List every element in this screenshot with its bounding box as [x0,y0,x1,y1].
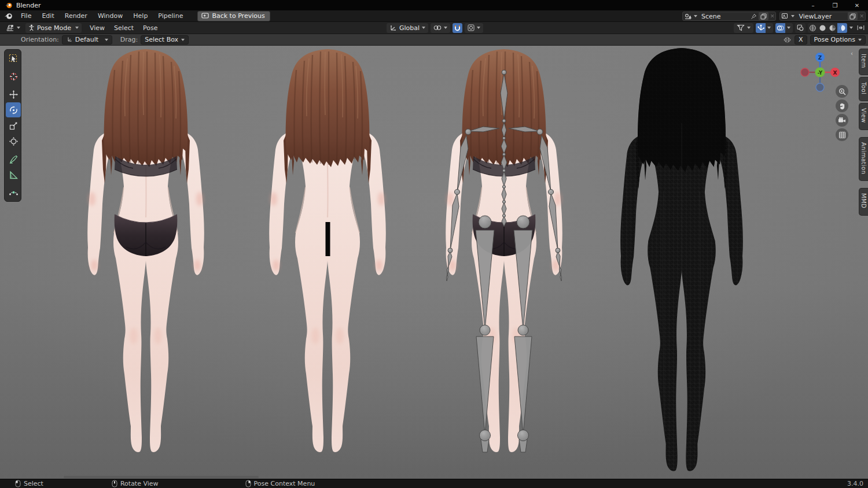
minimize-button[interactable]: – [802,0,824,10]
blender-menu-icon[interactable] [4,12,13,20]
shading-options-chevron[interactable] [849,27,853,29]
model-female-back-textured-underwear[interactable] [59,47,233,478]
viewport-nav-buttons [836,85,848,141]
sidebar-collapse-chevron[interactable]: ‹ [851,50,853,57]
new-view-layer-button[interactable] [848,12,858,20]
tool-settings-bar: Orientation: Default Drag: Select Box X … [0,34,868,46]
xray-icon [797,24,804,31]
scene-selector: Scene ✕ [682,12,777,21]
xray-toggle[interactable] [795,23,806,33]
tool-scale[interactable] [6,118,21,133]
mode-selector-value: Pose Mode [37,24,73,32]
rendered-shading-icon [838,24,846,32]
filter-funnel-icon [737,24,745,31]
tool-move[interactable] [6,87,21,102]
mouse-right-icon [245,480,251,487]
menu-edit[interactable]: Edit [36,11,59,21]
view-layer-icon[interactable] [781,13,789,20]
viewport-menu-pose[interactable]: Pose [138,23,162,33]
pan-hand-button[interactable] [836,99,848,112]
viewport-3d[interactable]: Z X -Y ‹ Item Tool View Animation MMD [0,46,868,479]
tool-tweak-select[interactable] [6,51,21,66]
back-to-previous-button[interactable]: Back to Previous [197,11,270,21]
unlink-scene-icon: ✕ [770,13,775,19]
pose-options-dropdown[interactable]: Pose Options [810,35,866,45]
screen-back-icon [201,13,209,19]
mode-selector-dropdown[interactable]: Pose Mode [25,23,82,33]
view-layer-selector: ViewLayer ✕ [779,12,866,21]
object-visibility-dropdown[interactable] [734,23,753,33]
viewport-menu-view[interactable]: View [85,23,109,33]
mouse-left-icon [15,480,21,487]
expand-arrows-icon [857,25,865,31]
proportional-editing-dropdown[interactable] [465,23,483,33]
status-hint-pose-context-menu: Pose Context Menu [245,480,315,487]
model-female-back-armature-pose-bones[interactable] [417,47,591,478]
transform-orientation-dropdown[interactable]: Global [387,23,428,33]
viewport-menu-select[interactable]: Select [109,23,138,33]
orientation-default-icon [66,36,72,43]
svg-text:X: X [833,70,837,76]
tool-measure[interactable] [6,167,21,182]
orientation-dropdown[interactable]: Default [62,35,112,45]
tab-view[interactable]: View [859,103,868,130]
snap-group [453,23,462,33]
tool-rotate[interactable] [6,102,21,117]
viewport-horizontal-scrollbar[interactable] [64,476,259,478]
orientation-axes-icon [389,24,397,31]
model-female-back-textured-censored[interactable] [241,47,414,478]
tool-annotate[interactable] [6,151,21,167]
shading-solid-button[interactable] [818,23,827,33]
show-overlays-toggle[interactable] [775,23,785,33]
region-toggle-button[interactable] [855,23,866,33]
scene-browse-chevron[interactable] [694,15,697,17]
scene-name[interactable]: Scene [699,13,749,20]
menu-help[interactable]: Help [128,11,153,21]
editor-type-selector[interactable] [3,23,23,33]
shading-rendered-button[interactable] [837,23,847,33]
status-hint-rotate-view: Rotate View [112,480,159,487]
camera-view-button[interactable] [836,114,848,127]
view-layer-name[interactable]: ViewLayer [796,13,846,20]
menu-window[interactable]: Window [93,11,128,21]
remove-view-layer-icon: ✕ [859,13,864,19]
tab-tool[interactable]: Tool [859,77,868,101]
tool-transform[interactable] [6,134,21,149]
close-button[interactable]: ✕ [846,0,868,10]
menu-render[interactable]: Render [60,11,93,21]
new-scene-button[interactable] [759,12,768,20]
view-layer-browse-chevron[interactable] [791,15,795,17]
drag-label: Drag: [120,36,138,43]
pivot-point-dropdown[interactable] [431,23,450,33]
model-female-back-wireframe[interactable] [591,46,773,479]
pin-icon[interactable] [751,13,757,20]
orientation-value: Default [75,36,102,43]
censor-bar [326,222,330,256]
magnet-icon [454,25,461,31]
pose-mode-icon [28,24,35,31]
window-title: Blender [16,2,41,9]
viewport-editor-icon [6,24,14,32]
shading-material-button[interactable] [827,23,837,33]
pivot-point-icon [433,24,442,31]
tool-cursor[interactable] [6,69,21,84]
pose-mirror-x-icon [783,36,792,43]
orientation-label: Orientation: [21,36,59,43]
zoom-button[interactable] [836,85,848,98]
tab-item[interactable]: Item [859,49,868,75]
shading-wireframe-button[interactable] [808,23,818,33]
snap-toggle[interactable] [453,23,462,33]
overlays-dropdown [775,23,793,33]
tab-mmd[interactable]: MMD [859,188,868,215]
maximize-button[interactable]: ❐ [824,0,846,10]
toggle-ortho-button[interactable] [836,128,848,141]
drag-dropdown[interactable]: Select Box [141,35,189,45]
scene-icon[interactable] [684,13,692,20]
tab-animation[interactable]: Animation [859,137,868,181]
show-gizmos-toggle[interactable] [756,23,766,33]
menu-pipeline[interactable]: Pipeline [153,11,188,21]
menu-file[interactable]: File [16,11,36,21]
tool-breakdowner[interactable] [6,185,21,200]
window-controls: – ❐ ✕ [802,0,868,10]
mirror-x-toggle[interactable]: X [795,35,807,45]
